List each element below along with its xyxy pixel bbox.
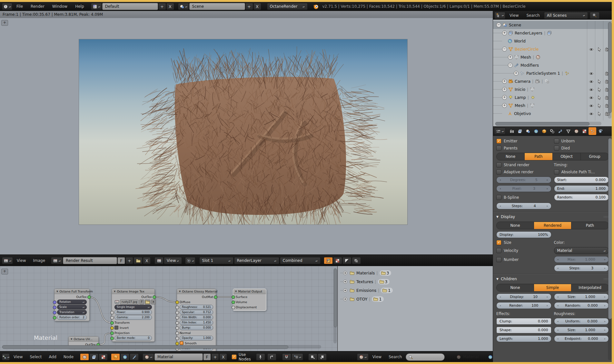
node-header[interactable]: ▼Material Output	[233, 289, 266, 294]
tab-object[interactable]	[540, 127, 548, 135]
h-scrollbar-track[interactable]	[495, 122, 601, 125]
menu-help[interactable]: Help	[72, 2, 87, 11]
image-browse-button[interactable]: ▴▾	[51, 257, 63, 264]
open-image-button[interactable]	[145, 300, 150, 304]
node-socket[interactable]	[110, 311, 114, 314]
node-socket[interactable]	[175, 316, 179, 320]
clump-field[interactable]: Clump:0.000	[496, 318, 551, 325]
tab-texture[interactable]	[580, 127, 588, 135]
close-layout-button[interactable]: X	[166, 3, 174, 10]
node-socket[interactable]	[153, 295, 156, 299]
expand-toggle[interactable]: +	[502, 103, 507, 108]
unlink-material-button[interactable]: X	[219, 353, 227, 360]
h-scrollbar-thumb[interactable]	[2, 345, 288, 349]
v-scrollbar-thumb[interactable]	[334, 269, 337, 327]
editor-type-button[interactable]: ▴▾	[2, 257, 13, 264]
outliner-row[interactable]: World	[493, 37, 612, 45]
v-scrollbar-track[interactable]	[608, 22, 611, 119]
node-number-field[interactable]: Roughness:0.521	[180, 305, 213, 310]
size-checkbox[interactable]: ✓	[496, 240, 501, 245]
material-browse-button[interactable]: ▴▾	[143, 353, 154, 360]
node-socket[interactable]	[232, 306, 235, 309]
display-none[interactable]: None	[497, 222, 534, 229]
tab-particles[interactable]	[589, 127, 596, 135]
add-material-button[interactable]: +	[211, 353, 219, 360]
close-scene-button[interactable]: X	[253, 3, 261, 10]
node-socket[interactable]	[175, 301, 179, 304]
new-image-button[interactable]: +	[125, 257, 133, 264]
slot-select[interactable]: Slot 1▴▾	[199, 257, 233, 264]
children-section-header[interactable]: ▼Children::::	[496, 277, 609, 281]
menu-window[interactable]: Window	[49, 2, 71, 11]
tab-scene[interactable]	[524, 127, 532, 135]
menu-view[interactable]: View	[506, 11, 522, 20]
node[interactable]: ▼Octane Image TexOutTexrusty27.jpgF✕Sing…	[112, 289, 155, 342]
node-number-field[interactable]: Film Index:1.450	[180, 320, 213, 325]
node-socket[interactable]	[110, 337, 114, 340]
editor-type-button[interactable]: ▴▾	[2, 353, 10, 360]
restrict-cursor-toggle[interactable]	[597, 87, 602, 92]
node[interactable]: ▼Material OutputSurfaceVolumeDisplacemen…	[233, 289, 266, 311]
unlink-button[interactable]: ✕	[151, 300, 156, 304]
region-expand-tab[interactable]: +	[1, 269, 8, 274]
outliner-row[interactable]: Objetivo	[493, 110, 612, 118]
node-checkbox[interactable]: ✓	[180, 341, 183, 345]
menu-view[interactable]: View	[10, 351, 26, 362]
open-image-button[interactable]	[134, 257, 143, 264]
view-mode-select[interactable]: View▴▾	[164, 257, 182, 264]
node-header[interactable]: ▼Octane Glossy Material	[177, 289, 216, 294]
absolute-path-time-checkbox[interactable]	[554, 169, 559, 175]
node-dropdown[interactable]: Single Image▴▾	[114, 305, 152, 310]
fake-user-button[interactable]: F	[203, 353, 211, 360]
display-steps-field[interactable]: ◂Steps:3▸	[554, 265, 609, 272]
children-size2-field[interactable]: ◂Size:1.000▸	[554, 327, 609, 333]
restrict-eye-toggle[interactable]	[589, 79, 594, 84]
render-pass-select[interactable]: Combined▴▾	[280, 257, 321, 264]
menu-file[interactable]: File	[13, 2, 26, 11]
node-socket[interactable]	[214, 295, 217, 299]
h-scrollbar-track[interactable]	[2, 345, 321, 349]
display-alpha-button[interactable]	[333, 257, 342, 264]
node-socket[interactable]	[110, 316, 114, 320]
snap-toggle-button[interactable]	[282, 353, 291, 360]
menu-search[interactable]: Search	[385, 351, 405, 362]
screen-layout-name[interactable]: Default	[102, 3, 158, 10]
render-as-object[interactable]: Object	[553, 153, 581, 160]
outliner-row[interactable]: +Lamp|	[493, 93, 612, 101]
end-field[interactable]: End:1.000	[554, 185, 609, 192]
expand-toggle[interactable]: +	[508, 55, 513, 60]
outliner-search-button[interactable]	[590, 12, 599, 19]
go-parent-node-button[interactable]	[267, 353, 276, 360]
uniform-field[interactable]: ◂Uniform:0.000▸	[554, 318, 609, 325]
node-socket[interactable]	[175, 311, 179, 314]
endpoint-field[interactable]: ◂Endpoint:0.000▸	[554, 335, 609, 342]
v-scrollbar-thumb[interactable]	[608, 22, 612, 113]
children-simple[interactable]: Simple	[534, 284, 571, 291]
screen-layout-browse-button[interactable]: ▴▾	[91, 3, 102, 10]
node[interactable]: ▼Octane Full TransformOutTexRotation▴▾Sc…	[54, 289, 90, 321]
max-field[interactable]: ◂Max:1.000▸	[554, 256, 609, 263]
outliner-row[interactable]: +Camera||	[493, 77, 612, 85]
display-zbuffer-button[interactable]	[342, 257, 352, 264]
node-number-field[interactable]: Specular:0.712	[180, 310, 213, 315]
datablock-row[interactable]: Materials|3	[338, 269, 493, 277]
length-field[interactable]: Length:1.000	[496, 335, 551, 342]
restrict-cursor-toggle[interactable]	[597, 111, 602, 116]
restrict-cursor-toggle[interactable]	[597, 103, 602, 108]
expand-toggle[interactable]: +	[502, 31, 507, 35]
node-socket[interactable]	[232, 295, 235, 299]
collapse-toggle[interactable]: −	[508, 63, 513, 68]
menu-add[interactable]: Add	[46, 351, 60, 362]
restrict-eye-toggle[interactable]	[589, 71, 594, 76]
children-none[interactable]: None	[497, 284, 534, 291]
node-socket[interactable]	[53, 311, 56, 314]
restrict-eye-toggle[interactable]	[589, 95, 594, 100]
view-icon-button[interactable]	[154, 257, 163, 264]
datablock-row[interactable]: Textures|3	[338, 277, 493, 286]
node-number-field[interactable]: Bump:0.000	[180, 325, 213, 330]
v-scrollbar-track[interactable]	[333, 268, 337, 343]
color-select[interactable]: Material▴▾	[554, 247, 609, 254]
tab-constraints[interactable]	[548, 127, 556, 135]
render-as-group[interactable]: Group	[581, 153, 609, 160]
children-size-field[interactable]: ◂Size:1.000▸	[554, 293, 609, 300]
